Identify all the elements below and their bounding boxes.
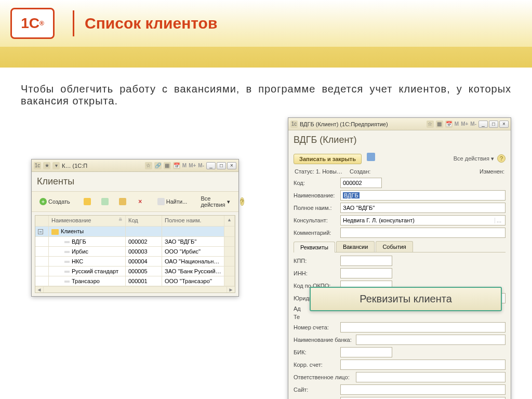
- account-label: Номер счета:: [294, 324, 340, 330]
- select-icon[interactable]: …: [495, 218, 503, 223]
- minimize-button[interactable]: _: [478, 121, 488, 128]
- name-label: Наименование:: [294, 192, 340, 198]
- status-row: Статус: 1. Новы… Создан: Изменен:: [294, 168, 506, 175]
- korr-field[interactable]: [340, 360, 506, 370]
- calc-icon[interactable]: ▦: [164, 162, 171, 169]
- table-row[interactable]: Трансаэро000001ООО ''Трансаэро'': [35, 276, 235, 286]
- bik-label: БИК:: [294, 349, 340, 355]
- scroll-left-icon[interactable]: ◄: [35, 287, 44, 292]
- horizontal-scrollbar[interactable]: ◄ ►: [35, 286, 235, 292]
- bank-field[interactable]: [356, 335, 506, 345]
- mem-m[interactable]: M: [182, 163, 187, 168]
- copy-button[interactable]: [98, 196, 112, 207]
- minimize-button[interactable]: _: [206, 162, 216, 169]
- site-field[interactable]: [340, 384, 506, 395]
- star-icon[interactable]: ★: [43, 162, 50, 169]
- find-label: Найти...: [166, 198, 188, 205]
- fullname-field[interactable]: ЗАО ''ВДГБ'': [340, 203, 506, 213]
- close-button[interactable]: ×: [499, 121, 509, 128]
- mem-mminus[interactable]: M-: [198, 163, 204, 168]
- find-icon: [157, 198, 165, 205]
- comment-field[interactable]: [340, 228, 506, 238]
- folder-icon: [84, 198, 91, 205]
- name-field[interactable]: ВДГБ: [340, 190, 506, 201]
- table-row[interactable]: ВДГБ000002ЗАО ''ВДГБ'': [35, 237, 235, 247]
- help-icon[interactable]: ?: [497, 154, 506, 163]
- table-row[interactable]: Ирбис000003ООО ''Ирбис'': [35, 247, 235, 257]
- window-title: К… (1С:П: [62, 163, 143, 169]
- close-button[interactable]: ×: [227, 162, 236, 169]
- restore-button[interactable]: □: [489, 121, 498, 128]
- grid-header[interactable]: Наименование≞ Код Полное наим. ▲: [35, 216, 235, 227]
- app-icon: 1с: [290, 121, 298, 128]
- table-row[interactable]: Русский стандарт000005ЗАО ''Банк Русский…: [35, 267, 235, 276]
- maximize-button[interactable]: □: [217, 162, 226, 169]
- item-icon: [64, 251, 70, 253]
- all-actions-button[interactable]: Все действия ▾: [454, 155, 494, 162]
- responsible-field[interactable]: [356, 372, 506, 382]
- inn-field[interactable]: [340, 268, 392, 278]
- find-button[interactable]: Найти...: [154, 196, 191, 207]
- help-icon[interactable]: ?: [240, 197, 244, 206]
- all-actions-button[interactable]: Все действия ▾: [197, 194, 233, 209]
- logo-1c: 1С®: [10, 8, 55, 39]
- changed-label: Изменен:: [480, 168, 504, 175]
- group-label: Клиенты: [61, 228, 84, 234]
- titlebar[interactable]: 1с ★ ▾ К… (1С:П ☆ 🔗 ▦ 📅 M M+ M- _ □ ×: [32, 159, 238, 172]
- group-row[interactable]: − Клиенты: [35, 227, 235, 237]
- mem-m[interactable]: M: [455, 121, 459, 127]
- mem-mplus[interactable]: M+: [461, 121, 468, 127]
- list-toolbar: Создать × Найти... Все действия ▾ ?: [32, 191, 238, 212]
- tab-requisites[interactable]: Реквизиты: [294, 242, 335, 252]
- dropdown-icon[interactable]: ▾: [52, 162, 60, 169]
- page-title: Список клиентов: [85, 15, 217, 32]
- kpp-field[interactable]: [340, 256, 392, 266]
- table-row[interactable]: НКС000004ОАО ''Национальные…: [35, 257, 235, 267]
- scroll-right-icon[interactable]: ►: [227, 287, 235, 292]
- divider: [73, 10, 74, 36]
- col-code[interactable]: Код: [126, 216, 162, 227]
- favorite-icon[interactable]: ☆: [427, 121, 434, 128]
- clients-grid[interactable]: Наименование≞ Код Полное наим. ▲ − Клиен…: [35, 215, 235, 293]
- callout-requisites: Реквизиты клиента: [310, 287, 502, 311]
- address2-label: Ад: [294, 305, 309, 312]
- all-actions-label: Все действия: [201, 195, 225, 208]
- item-icon: [64, 281, 70, 283]
- tab-vacancies[interactable]: Вакансии: [336, 241, 375, 252]
- collapse-icon[interactable]: −: [38, 229, 43, 234]
- col-full[interactable]: Полное наим.: [162, 216, 224, 227]
- consultant-field[interactable]: Недвига Г. Л. (консультант)…: [340, 215, 506, 225]
- item-icon: [64, 241, 70, 243]
- edit-button[interactable]: [115, 196, 130, 207]
- tab-events[interactable]: События: [376, 241, 413, 252]
- grid-icon[interactable]: ▦: [436, 121, 443, 128]
- korr-label: Корр. счет:: [294, 362, 340, 368]
- create-button[interactable]: Создать: [36, 196, 74, 207]
- calendar-icon[interactable]: 📅: [445, 121, 453, 128]
- created-label: Создан:: [350, 168, 370, 175]
- logo-text: 1С: [21, 15, 39, 32]
- fullname-label: Полное наим.:: [294, 205, 340, 211]
- item-icon: [64, 271, 70, 273]
- clients-list-window: 1с ★ ▾ К… (1С:П ☆ 🔗 ▦ 📅 M M+ M- _ □ × Кл…: [31, 159, 239, 297]
- scroll-up-icon[interactable]: ▲: [227, 217, 232, 224]
- comment-label: Комментарий:: [294, 230, 340, 236]
- kpp-label: КПП:: [294, 258, 340, 264]
- link-icon[interactable]: 🔗: [154, 162, 162, 169]
- titlebar[interactable]: 1с ВДГБ (Клиент) (1С:Предприятие) ☆ ▦ 📅 …: [288, 118, 511, 130]
- bik-field[interactable]: [340, 347, 392, 357]
- new-folder-button[interactable]: [80, 196, 95, 207]
- mem-mminus[interactable]: M-: [470, 121, 476, 127]
- mem-mplus[interactable]: M+: [189, 163, 196, 168]
- code-field[interactable]: 000002: [340, 178, 382, 188]
- email-field[interactable]: [340, 397, 506, 399]
- account-field[interactable]: [340, 322, 506, 332]
- calendar-icon[interactable]: 📅: [173, 162, 180, 169]
- save-and-close-button[interactable]: Записать и закрыть: [294, 154, 362, 164]
- delete-button[interactable]: ×: [133, 196, 148, 207]
- favorite-icon[interactable]: ☆: [145, 162, 152, 169]
- status-label: Статус:: [295, 168, 314, 175]
- col-name[interactable]: Наименование: [51, 217, 91, 223]
- status-value: 1. Новы…: [316, 168, 342, 175]
- save-icon[interactable]: [367, 153, 375, 161]
